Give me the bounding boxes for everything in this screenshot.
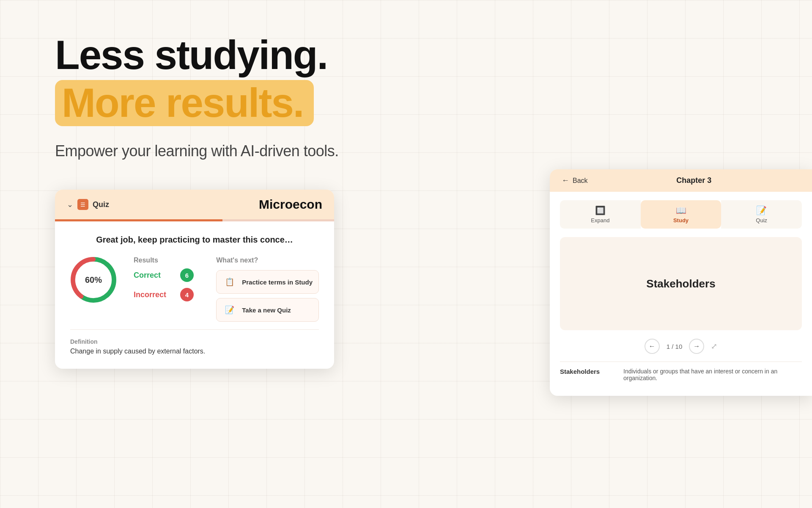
score-donut-chart: 60% [70, 257, 117, 303]
incorrect-row: Incorrect 4 [134, 288, 199, 301]
study-card-title: Chapter 3 [588, 176, 800, 185]
whats-next-title: What's next? [216, 257, 319, 264]
quiz-tab-icon: 📝 [756, 205, 767, 215]
tab-expand[interactable]: 🔲 Expand [560, 200, 641, 229]
study-tabs: 🔲 Expand 📖 Study 📝 Quiz [560, 200, 802, 229]
results-labels: Correct 6 Incorrect 4 [134, 268, 199, 301]
correct-badge: 6 [180, 268, 194, 282]
quiz-card: ⌄ ☰ Quiz Microecon Great job, keep pract… [55, 190, 334, 369]
results-section-label: Results [134, 257, 199, 264]
quiz-tab-label: Quiz [756, 217, 767, 224]
quiz-results-row: 60% Results Correct 6 Incorrect 4 [70, 257, 319, 326]
whats-next-section: What's next? 📋 Practice terms in Study 📝… [216, 257, 319, 326]
correct-row: Correct 6 [134, 268, 199, 282]
correct-label: Correct [134, 271, 176, 280]
definition-label: Definition [70, 338, 319, 345]
study-tab-icon: 📖 [676, 205, 686, 215]
hero-section: Less studying. More results. Empower you… [55, 34, 339, 160]
hero-subtitle: Empower your learning with AI-driven too… [55, 142, 339, 160]
chevron-down-icon: ⌄ [67, 200, 73, 209]
quiz-title: Microecon [259, 197, 322, 212]
nav-count: 1 / 10 [667, 343, 683, 350]
quiz-card-header: ⌄ ☰ Quiz Microecon [55, 190, 334, 219]
flashcard-area[interactable]: Stakeholders [560, 237, 802, 330]
study-card: ← Back Chapter 3 🔲 Expand 📖 Study 📝 Quiz [550, 169, 812, 396]
study-card-header: ← Back Chapter 3 [550, 169, 812, 192]
results-info: Results Correct 6 Incorrect 4 [134, 257, 199, 307]
flashcard-word: Stakeholders [646, 277, 715, 290]
score-percent-label: 60% [85, 275, 102, 285]
study-card-body: 🔲 Expand 📖 Study 📝 Quiz Stakeholders ← [550, 192, 812, 396]
next-card-button[interactable]: → [689, 339, 704, 354]
hero-line2-wrapper: More results. [55, 80, 314, 126]
incorrect-badge: 4 [180, 288, 194, 301]
study-tab-label: Study [673, 217, 689, 224]
back-arrow-icon: ← [562, 176, 569, 185]
expand-icon[interactable]: ⤢ [711, 342, 717, 351]
content-wrapper: Less studying. More results. Empower you… [0, 0, 812, 508]
expand-tab-label: Expand [591, 217, 609, 224]
new-quiz-icon: 📝 [222, 303, 237, 317]
definition-text: Change in supply caused by external fact… [70, 348, 319, 355]
practice-icon: 📋 [222, 275, 237, 289]
quiz-congrats: Great job, keep practicing to master thi… [70, 235, 319, 245]
quiz-card-body: Great job, keep practicing to master thi… [55, 221, 334, 369]
back-button[interactable]: ← Back [562, 176, 588, 185]
incorrect-label: Incorrect [134, 290, 176, 299]
quiz-label: Quiz [93, 200, 109, 209]
term-definition: Individuals or groups that have an inter… [623, 368, 802, 381]
quiz-header-left: ⌄ ☰ Quiz [67, 199, 109, 210]
prev-card-button[interactable]: ← [645, 339, 660, 354]
new-quiz-label: Take a new Quiz [242, 306, 291, 314]
term-cell: Stakeholders [560, 368, 615, 381]
hero-line2: More results. [62, 82, 304, 124]
quiz-icon: ☰ [77, 199, 88, 210]
practice-terms-label: Practice terms in Study [242, 279, 313, 286]
expand-tab-icon: 🔲 [595, 205, 606, 215]
hero-line1: Less studying. [55, 34, 339, 77]
study-nav: ← 1 / 10 → ⤢ [560, 339, 802, 354]
definition-section: Definition Change in supply caused by ex… [70, 329, 319, 355]
tab-study[interactable]: 📖 Study [641, 200, 721, 229]
new-quiz-button[interactable]: 📝 Take a new Quiz [216, 298, 319, 322]
term-row: Stakeholders Individuals or groups that … [560, 362, 802, 387]
practice-terms-button[interactable]: 📋 Practice terms in Study [216, 270, 319, 294]
back-label: Back [573, 177, 588, 185]
tab-quiz[interactable]: 📝 Quiz [721, 200, 802, 229]
